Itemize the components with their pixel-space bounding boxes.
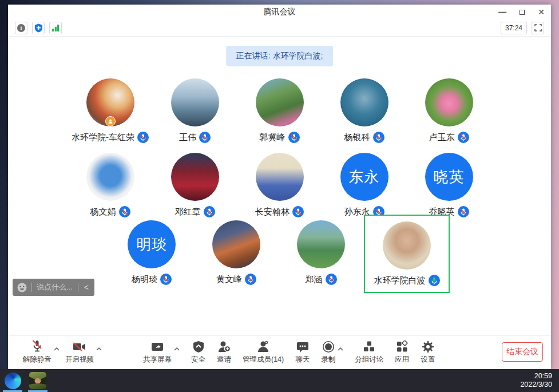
participant-tile[interactable]: 王伟: [153, 78, 237, 143]
fullscreen-icon[interactable]: [532, 22, 544, 34]
participant-tile[interactable]: 明琰 杨明琰: [109, 220, 194, 285]
avatar-shark-photo: [340, 78, 388, 126]
settings-button[interactable]: 设置: [421, 339, 435, 365]
apps-button[interactable]: 应用: [395, 339, 409, 365]
maximize-button[interactable]: [518, 8, 526, 16]
mic-muted-icon: [199, 132, 211, 143]
settings-gear-icon: [422, 339, 434, 353]
chat-collapse-icon[interactable]: <: [83, 283, 90, 292]
breakout-blocks-icon: [363, 339, 375, 353]
record-options-chevron[interactable]: [338, 347, 343, 351]
avatar-red-building-night: [171, 153, 219, 201]
avatar-ship-night-scene: [212, 220, 260, 268]
avatar-lotus-flower: [425, 78, 473, 126]
meeting-window: 腾讯会议 — ✕ i 37:24: [8, 5, 551, 369]
security-shield-icon[interactable]: [32, 22, 45, 34]
avatar-initials: 晓英: [425, 153, 473, 201]
participant-tile[interactable]: 东永 孙东永: [322, 153, 407, 217]
mic-muted-icon: [288, 132, 300, 143]
network-signal-icon[interactable]: [49, 22, 62, 34]
chat-quick-input[interactable]: 说点什么... <: [13, 279, 94, 296]
host-badge-icon: [105, 116, 116, 126]
avatar-initials: 东永: [340, 153, 388, 201]
participant-tile[interactable]: 杨银科: [322, 78, 407, 143]
close-button[interactable]: ✕: [537, 8, 545, 16]
mic-options-chevron[interactable]: [54, 347, 60, 351]
start-video-button[interactable]: 开启视频: [65, 339, 94, 365]
participant-tile[interactable]: 长安翰林: [237, 153, 322, 217]
chat-bubble-icon: [296, 339, 309, 353]
meeting-info-icon[interactable]: i: [15, 22, 27, 34]
participant-name: 长安翰林: [255, 207, 290, 217]
participant-name: 郑涵: [306, 274, 323, 285]
participant-name: 水环学院-车红荣: [72, 132, 134, 143]
participant-tile[interactable]: 卢玉东: [407, 78, 491, 143]
share-screen-icon: [150, 339, 164, 353]
participant-name: 郭冀峰: [260, 132, 286, 143]
participant-name: 杨明琰: [132, 274, 157, 285]
invite-button[interactable]: 邀请: [217, 339, 231, 365]
participant-tile[interactable]: 郭冀峰: [237, 78, 322, 143]
meeting-timer: 37:24: [501, 22, 527, 34]
speaking-banner: 正在讲话: 水环学院白波;: [226, 46, 334, 66]
participant-name: 杨银科: [344, 132, 370, 143]
participant-name: 邓红章: [175, 207, 201, 217]
participant-name: 杨文娟: [90, 207, 116, 217]
manage-members-button[interactable]: 管理成员(14): [243, 339, 284, 365]
participant-tile[interactable]: 水环学院-车红荣: [68, 78, 153, 143]
record-circle-icon: [322, 339, 335, 353]
participant-name: 水环学院白波: [374, 275, 426, 286]
participant-tile[interactable]: 杨文娟: [68, 153, 153, 217]
chat-button[interactable]: 聊天: [295, 339, 310, 365]
mic-muted-icon: [458, 206, 469, 217]
participant-row-1: 水环学院-车红荣 王伟: [8, 78, 551, 143]
mic-muted-icon: [160, 274, 172, 285]
unmute-button[interactable]: 解除静音: [23, 339, 51, 365]
avatar-tiger-painting: [86, 78, 134, 126]
members-icon: [256, 339, 270, 353]
clock-date: 2022/3/30: [520, 381, 552, 389]
edge-browser-icon[interactable]: [0, 369, 25, 392]
end-meeting-button[interactable]: 结束会议: [502, 342, 543, 362]
participant-tile-active-speaker[interactable]: 水环学院白波: [364, 215, 450, 293]
participant-tile[interactable]: 郑涵: [279, 220, 363, 285]
participant-tile[interactable]: 黄文峰: [194, 220, 279, 285]
titlebar: 腾讯会议 — ✕: [8, 5, 551, 19]
mic-muted-icon: [292, 206, 304, 217]
apps-grid-icon: [396, 339, 409, 353]
taskbar-clock[interactable]: 20:59 2022/3/30: [520, 372, 559, 389]
avatar-robot-cartoon: [86, 153, 134, 201]
window-title: 腾讯会议: [264, 7, 296, 17]
record-button[interactable]: 录制: [321, 339, 335, 365]
mic-muted-icon: [119, 206, 130, 217]
share-screen-button[interactable]: 共享屏幕: [143, 339, 172, 365]
participant-name: 黄文峰: [216, 274, 242, 285]
emoji-icon[interactable]: [17, 283, 27, 292]
minimize-button[interactable]: —: [498, 8, 506, 16]
windows-taskbar: 20:59 2022/3/30: [0, 369, 559, 392]
handshake-app-icon[interactable]: [25, 369, 50, 392]
security-button[interactable]: 安全: [191, 339, 205, 365]
avatar-initials: 明琰: [128, 220, 176, 268]
mic-muted-icon: [245, 274, 256, 285]
breakout-rooms-button[interactable]: 分组讨论: [355, 339, 383, 365]
meeting-topbar: i 37:24: [8, 19, 551, 37]
invite-person-plus-icon: [217, 339, 231, 353]
avatar-webcam-portrait: [383, 221, 431, 270]
participant-tile[interactable]: 晓英 乔晓英: [407, 153, 491, 217]
mic-muted-icon: [326, 274, 337, 285]
mic-muted-icon: [137, 132, 149, 143]
avatar-man-by-sea: [171, 78, 219, 126]
avatar-scholar-cartoon: [256, 153, 304, 201]
chat-placeholder[interactable]: 说点什么...: [37, 282, 73, 292]
participant-tile[interactable]: 邓红章: [153, 153, 237, 217]
participant-row-2: 杨文娟 邓红章: [8, 153, 551, 217]
mic-on-icon: [429, 275, 440, 286]
video-options-chevron[interactable]: [96, 347, 102, 351]
mic-muted-icon: [458, 132, 469, 143]
clock-time: 20:59: [520, 372, 552, 381]
bottom-toolbar: 解除静音 开启视频: [8, 335, 551, 369]
share-options-chevron[interactable]: [174, 347, 180, 351]
mic-muted-toolbar-icon: [31, 339, 43, 353]
avatar-mountain-meadow: [297, 220, 345, 268]
